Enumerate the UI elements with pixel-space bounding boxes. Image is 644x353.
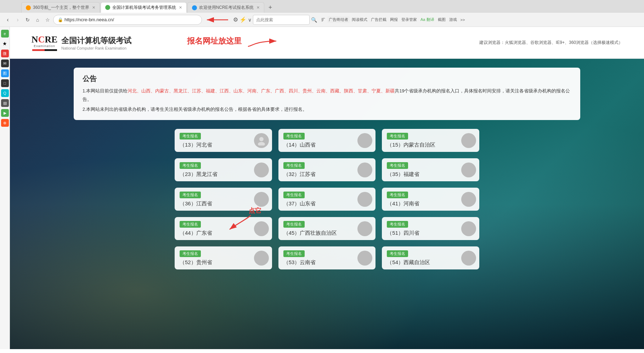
sidebar-icon-3[interactable]: 微 — [1, 50, 9, 57]
province-37-badge: 考生报名 — [283, 192, 305, 198]
province-45-name: （45）广西壮族自治区 — [283, 230, 350, 237]
province-23-name: （23）黑龙江省 — [180, 171, 246, 178]
new-tab-button[interactable]: + — [265, 2, 276, 13]
header-arrow-svg — [244, 34, 280, 48]
province-32-badge: 考生报名 — [283, 162, 305, 169]
tab-3-close[interactable]: ✕ — [256, 5, 260, 10]
toolbar-adcatch[interactable]: 广告拦截 — [369, 16, 388, 23]
logo-graphic: N C RE Examination — [31, 31, 58, 54]
toolbar-items: 扩 广告终结者 阅读模式 广告拦截 网报 登录管家 Aa 翻译 截图 游戏 >> — [320, 16, 466, 23]
province-card-52[interactable]: 考生报名 （52）贵州省 — [175, 246, 272, 269]
tab-2[interactable]: 全国计算机等级考试考务管理系统 ✕ — [101, 2, 187, 13]
svg-point-3 — [259, 137, 264, 141]
search-icon[interactable]: 🔍 — [311, 17, 317, 23]
province-53-badge: 考生报名 — [283, 250, 305, 257]
toolbar-extend[interactable]: 扩 — [320, 16, 327, 23]
sidebar-icon-5[interactable]: 图 — [1, 69, 9, 77]
sidebar-icon-7[interactable]: Q — [1, 89, 9, 97]
sidebar-icon-2[interactable]: ★ — [1, 40, 9, 47]
province-35-avatar — [458, 158, 479, 181]
province-37-avatar — [354, 188, 375, 211]
province-53-avatar — [354, 246, 375, 269]
province-15-name: （15）内蒙古自治区 — [387, 142, 453, 148]
province-card-23[interactable]: 考生报名 （23）黑龙江省 — [175, 158, 272, 181]
province-45-badge: 考生报名 — [283, 221, 305, 228]
province-52-badge: 考生报名 — [180, 250, 201, 257]
sidebar-icon-4[interactable]: ✉ — [1, 59, 9, 67]
address-input-container[interactable]: 🔒 https://ncre-bm.neea.cn/ — [53, 15, 202, 25]
province-13-name: （13）河北省 — [180, 142, 246, 148]
tab-2-close[interactable]: ✕ — [179, 5, 182, 10]
province-card-35[interactable]: 考生报名 （35）福建省 — [382, 158, 479, 181]
province-card-13[interactable]: 考生报名 （13）河北省 — [175, 129, 272, 152]
tab-1-label: 360导航_一个主页，整个世界 — [33, 5, 89, 11]
province-41-avatar — [458, 188, 479, 211]
left-sidebar: e ★ 微 ✉ 图 □ Q ▤ ▶ ⊕ — [0, 27, 10, 349]
bookmark-button[interactable]: ☆ — [43, 16, 52, 24]
browser-layout: e ★ 微 ✉ 图 □ Q ▤ ▶ ⊕ N C RE Examination — [0, 27, 644, 349]
tab-3-favicon — [192, 5, 197, 10]
toolbar-games[interactable]: 游戏 — [448, 16, 458, 23]
search-input[interactable] — [253, 15, 310, 25]
province-51-badge: 考生报名 — [387, 221, 408, 228]
province-23-badge: 考生报名 — [180, 162, 201, 169]
province-card-32[interactable]: 考生报名 （32）江苏省 — [278, 158, 376, 181]
address-bar-more[interactable]: ∨ — [248, 17, 252, 23]
sidebar-icon-8[interactable]: ▤ — [1, 99, 9, 107]
sidebar-icon-6[interactable]: □ — [1, 79, 9, 87]
forward-button[interactable]: › — [13, 16, 22, 24]
province-44-badge: 考生报名 — [180, 221, 201, 228]
sidebar-icon-1[interactable]: e — [1, 30, 9, 38]
tab-2-favicon — [105, 5, 110, 10]
tab-2-label: 全国计算机等级考试考务管理系统 — [112, 5, 176, 11]
toolbar-more[interactable]: >> — [459, 17, 467, 23]
tab-1-favicon — [26, 5, 31, 10]
province-card-44[interactable]: 考生报名 （44）广东省 — [175, 217, 272, 240]
sidebar-icon-10[interactable]: ⊕ — [1, 119, 9, 127]
sidebar-icon-9[interactable]: ▶ — [1, 109, 9, 117]
tab-3-label: 欢迎使用NCRE考试报名系统 — [199, 5, 254, 11]
tab-3[interactable]: 欢迎使用NCRE考试报名系统 ✕ — [187, 2, 264, 13]
notice-title: 公告 — [83, 74, 571, 84]
logo-examination: Examination — [34, 44, 55, 48]
province-card-37[interactable]: 考生报名 （37）山东省 — [278, 188, 376, 211]
province-card-54[interactable]: 考生报名 （54）西藏自治区 — [382, 246, 479, 269]
province-card-41[interactable]: 考生报名 （41）河南省 — [382, 188, 479, 211]
logo-en-text: National Computer Rank Examination — [61, 46, 131, 50]
address-bar: ‹ › ↻ ⌂ ☆ 🔒 https://ncre-bm.neea.cn/ ⚙ ⚡… — [0, 13, 644, 27]
province-35-name: （35）福建省 — [387, 171, 453, 178]
red-arrow-svg — [203, 15, 232, 25]
notice-line1-prefix: 1.本网站目前仅提供给 — [83, 89, 128, 93]
province-card-53[interactable]: 考生报名 （53）云南省 — [278, 246, 376, 269]
toolbar-translate[interactable]: Aa 翻译 — [419, 16, 436, 23]
toolbar-loginmgr[interactable]: 登录管家 — [400, 16, 418, 23]
logo-text-group: 全国计算机等级考试 National Computer Rank Examina… — [61, 35, 131, 50]
province-51-name: （51）四川省 — [387, 230, 453, 237]
home-button[interactable]: ⌂ — [33, 16, 42, 24]
settings-refresh[interactable]: ⚙ — [233, 16, 238, 23]
lightning-icon[interactable]: ⚡ — [239, 16, 247, 23]
main-content: N C RE Examination 全国计算机等级考试 National Co… — [10, 27, 644, 349]
province-41-badge: 考生报名 — [387, 192, 408, 198]
province-32-name: （32）江苏省 — [283, 171, 350, 178]
province-13-avatar — [251, 129, 272, 152]
province-card-14[interactable]: 考生报名 （14）山西省 — [278, 129, 376, 152]
province-51-avatar — [458, 217, 479, 240]
province-card-51[interactable]: 考生报名 （51）四川省 — [382, 217, 479, 240]
tab-1[interactable]: 360导航_一个主页，整个世界 ✕ — [21, 2, 100, 13]
province-23-avatar — [251, 158, 272, 181]
refresh-button[interactable]: ↻ — [23, 16, 32, 24]
back-button[interactable]: ‹ — [4, 16, 12, 24]
province-13-badge: 考生报名 — [180, 133, 201, 140]
tab-1-close[interactable]: ✕ — [92, 5, 95, 10]
notice-line-2: 2.本网站未列出的省级承办机构，请考生关注相关省级承办机构的报名公告，根据各省的… — [83, 106, 571, 114]
svg-point-4 — [258, 142, 265, 146]
province-card-45[interactable]: 考生报名 （45）广西壮族自治区 — [278, 217, 376, 240]
province-card-15[interactable]: 考生报名 （15）内蒙古自治区 — [382, 129, 479, 152]
toolbar-adblock[interactable]: 广告终结者 — [327, 16, 350, 23]
toolbar-reader[interactable]: 阅读模式 — [350, 16, 369, 23]
toolbar-screenshot[interactable]: 截图 — [436, 16, 447, 23]
header-annotation-text: 报名网址放这里 — [187, 36, 242, 46]
site-header: N C RE Examination 全国计算机等级考试 National Co… — [10, 27, 644, 59]
toolbar-netreg[interactable]: 网报 — [389, 16, 399, 23]
